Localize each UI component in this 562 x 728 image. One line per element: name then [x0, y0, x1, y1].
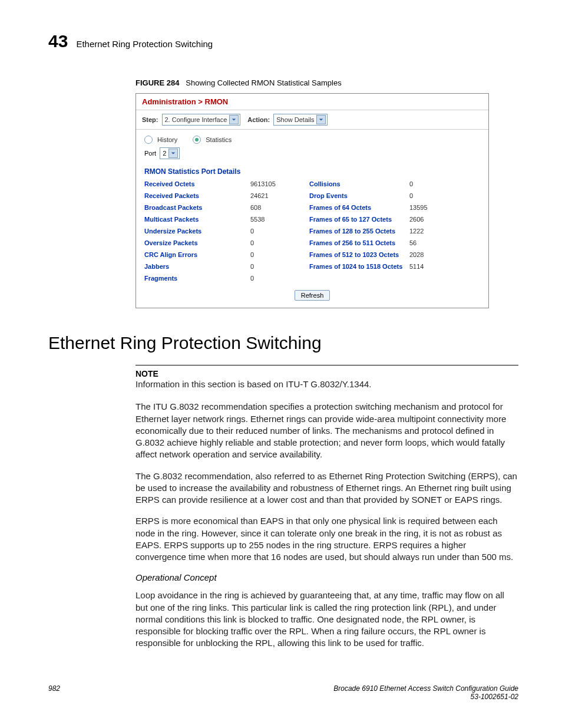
- stat-value: 24621: [250, 192, 309, 199]
- stat-value: 13595: [409, 204, 457, 211]
- stat-label: Jabbers: [144, 263, 250, 270]
- stat-label: Fragments: [144, 275, 250, 282]
- chevron-down-icon: [229, 115, 239, 124]
- page-number: 982: [48, 684, 60, 701]
- panel-breadcrumb: Administration > RMON: [136, 94, 488, 110]
- page-header: 43 Ethernet Ring Protection Switching: [48, 32, 518, 50]
- stat-label: Frames of 256 to 511 Octets: [309, 239, 409, 246]
- stat-label: Broadcast Packets: [144, 204, 250, 211]
- stat-value: 0: [409, 180, 457, 187]
- stats-grid: Received Octets9613105Collisions0Receive…: [144, 180, 480, 282]
- stat-label: Collisions: [309, 180, 409, 187]
- stats-section-title: RMON Statistics Port Details: [144, 167, 480, 176]
- figure-caption-text: Showing Collected RMON Statistical Sampl…: [186, 78, 341, 87]
- history-radio-label: History: [157, 136, 177, 143]
- figure-label: FIGURE 284: [135, 78, 179, 87]
- stat-label: Frames of 1024 to 1518 Octets: [309, 263, 409, 270]
- stat-value: 0: [250, 251, 309, 258]
- refresh-button[interactable]: Refresh: [295, 290, 330, 301]
- doc-number: 53-1002651-02: [471, 693, 518, 701]
- paragraph-3: ERPS is more economical than EAPS in tha…: [135, 515, 518, 563]
- stat-value: 2028: [409, 251, 457, 258]
- note-block: NOTE Information in this section is base…: [135, 365, 518, 390]
- chapter-title: Ethernet Ring Protection Switching: [76, 39, 213, 50]
- port-select[interactable]: 2: [160, 147, 180, 159]
- doc-title: Brocade 6910 Ethernet Access Switch Conf…: [333, 684, 518, 693]
- step-select[interactable]: 2. Configure Interface: [162, 114, 241, 126]
- rmon-panel: Administration > RMON Step: 2. Configure…: [135, 93, 489, 308]
- section-heading: Ethernet Ring Protection Switching: [48, 333, 518, 353]
- stat-label: Received Octets: [144, 180, 250, 187]
- stat-value: 2606: [409, 216, 457, 223]
- statistics-radio[interactable]: [193, 136, 201, 144]
- port-label: Port: [144, 150, 156, 157]
- stat-label: [309, 275, 409, 282]
- step-select-value: 2. Configure Interface: [165, 116, 227, 123]
- note-label: NOTE: [135, 369, 518, 378]
- chapter-number: 43: [48, 32, 68, 50]
- stat-label: CRC Align Errors: [144, 251, 250, 258]
- action-select-value: Show Details: [276, 116, 314, 123]
- page-footer: 982 Brocade 6910 Ethernet Access Switch …: [48, 684, 518, 701]
- statistics-radio-label: Statistics: [206, 136, 232, 143]
- stat-value: 0: [409, 192, 457, 199]
- subheading-operational-concept: Operational Concept: [135, 572, 518, 582]
- paragraph-4: Loop avoidance in the ring is achieved b…: [135, 589, 518, 649]
- paragraph-1: The ITU G.8032 recommendation specifies …: [135, 401, 518, 460]
- chevron-down-icon: [168, 149, 178, 158]
- stat-value: 608: [250, 204, 309, 211]
- action-select[interactable]: Show Details: [273, 114, 328, 126]
- stat-value: 9613105: [250, 180, 309, 187]
- stat-value: 5538: [250, 216, 309, 223]
- chevron-down-icon: [316, 115, 326, 124]
- stat-value: 56: [409, 239, 457, 246]
- stat-value: 0: [250, 263, 309, 270]
- stat-label: Frames of 128 to 255 Octets: [309, 228, 409, 235]
- paragraph-2: The G.8032 recommendation, also referred…: [135, 470, 518, 506]
- stat-value: [409, 275, 457, 282]
- stat-value: 0: [250, 228, 309, 235]
- stat-value: 0: [250, 239, 309, 246]
- stat-label: Frames of 64 Octets: [309, 204, 409, 211]
- stat-label: Oversize Packets: [144, 239, 250, 246]
- stat-label: Drop Events: [309, 192, 409, 199]
- stat-value: 0: [250, 275, 309, 282]
- note-text: Information in this section is based on …: [135, 378, 518, 390]
- panel-body: History Statistics Port 2 RMON Statistic…: [136, 130, 488, 308]
- action-label: Action:: [247, 116, 270, 123]
- stat-label: Frames of 512 to 1023 Octets: [309, 251, 409, 258]
- step-label: Step:: [142, 116, 158, 123]
- stat-label: Received Packets: [144, 192, 250, 199]
- stat-value: 1222: [409, 228, 457, 235]
- figure-caption: FIGURE 284 Showing Collected RMON Statis…: [135, 78, 518, 87]
- port-select-value: 2: [163, 150, 166, 157]
- stat-label: Multicast Packets: [144, 216, 250, 223]
- stat-label: Frames of 65 to 127 Octets: [309, 216, 409, 223]
- history-radio[interactable]: [144, 136, 153, 144]
- panel-toolbar: Step: 2. Configure Interface Action: Sho…: [136, 110, 488, 130]
- stat-value: 5114: [409, 263, 457, 270]
- stat-label: Undersize Packets: [144, 228, 250, 235]
